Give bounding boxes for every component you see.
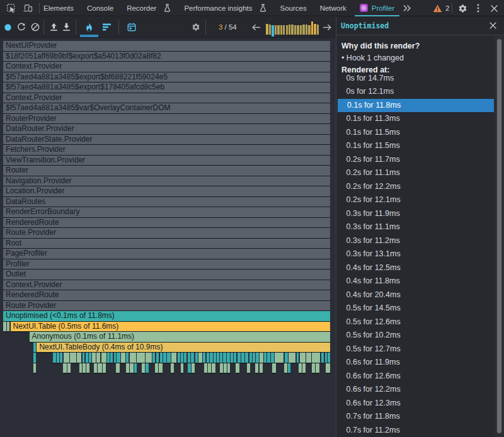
flame-bar-segment[interactable] [223,353,226,363]
flame-bar-segment[interactable] [224,363,227,373]
inspect-element-icon[interactable] [6,3,16,13]
tab-sources[interactable]: Sources [273,0,313,16]
flame-bar-segment[interactable] [57,353,59,363]
flame-bar-segment[interactable] [208,363,210,373]
flame-bar-segment[interactable] [83,363,86,373]
flame-bar-segment[interactable] [137,353,145,363]
next-commit-arrow-icon[interactable] [321,21,333,33]
tab-network[interactable]: Network [313,0,353,16]
flame-bar-segment[interactable] [103,363,106,373]
flame-bar-segment[interactable] [33,343,36,353]
rendered-at-item[interactable]: 0.7s for 11.2ms [336,424,494,437]
rendered-at-item[interactable]: 0.3s for 11.2ms [336,234,494,248]
tab-profiler[interactable]: Profiler [353,0,401,16]
flame-bar-segment[interactable] [284,363,287,373]
rendered-at-item[interactable]: 0.2s for 11.7ms [336,153,494,167]
flame-bar-segment[interactable] [288,363,290,373]
flame-bar-segment[interactable] [238,353,241,363]
rendered-at-item[interactable]: 0.6s for 12.3ms [336,397,494,411]
flame-bar-segment[interactable] [107,353,109,363]
flame-bar-segment[interactable] [207,353,209,363]
flame-bar-segment[interactable] [171,353,177,363]
flame-bar-segment[interactable] [214,353,216,363]
flame-bar-segment[interactable] [275,353,284,363]
flame-bar-segment[interactable] [63,363,67,373]
flame-bar-segment[interactable] [98,363,101,373]
flame-bar-segment[interactable] [256,353,259,363]
flame-bar-route.provider[interactable]: Route.Provider [3,301,330,311]
flame-bar-$18f2051aff69b9bf$export$a54013f0d02a8f82[interactable]: $18f2051aff69b9bf$export$a54013f0d02a8f8… [3,52,330,62]
flame-bar-segment[interactable] [146,353,152,363]
flame-bar-segment[interactable] [53,353,56,363]
rendered-at-item[interactable]: 0.6s for 12.6ms [336,370,494,383]
flame-bar-anonymous[interactable]: Anonymous (0.1ms of 11.1ms) [30,332,330,342]
flame-bar-segment[interactable] [130,363,134,373]
flame-bar-segment[interactable] [163,353,166,363]
flame-bar-segment[interactable] [156,353,159,363]
flame-bar-segment[interactable] [253,353,255,363]
flame-bar-segment[interactable] [152,353,155,363]
rendered-at-item[interactable]: 0.5s for 14.5ms [336,302,494,315]
rendered-at-item[interactable]: 0.5s for 12.7ms [336,343,494,356]
flame-bar-segment[interactable] [267,353,270,363]
flame-bar-segment[interactable] [212,363,215,373]
flame-bar-segment[interactable] [321,353,324,363]
flame-bar-segment[interactable] [249,353,252,363]
flame-bar-segment[interactable] [130,353,136,363]
flame-bar-viewtransition.provider[interactable]: ViewTransition.Provider [3,156,330,166]
flame-bar-segment[interactable] [94,363,98,373]
flame-bar-profiler[interactable]: Profiler [3,259,330,270]
record-button[interactable] [3,21,14,33]
flame-bar-segment[interactable] [325,353,328,363]
flame-bar-segment[interactable] [220,363,223,373]
commit-bar[interactable] [300,25,302,35]
commit-bar[interactable] [280,25,282,35]
flame-bar-segment[interactable] [191,353,194,363]
rendered-at-item[interactable]: 0.6s for 11.9ms [336,356,494,370]
flame-bar-segment[interactable] [198,353,202,363]
flame-bar-rendererrorboundary[interactable]: RenderErrorBoundary [3,207,330,217]
flame-bar-segment[interactable] [245,353,249,363]
flame-bar-segment[interactable] [110,353,113,363]
commit-bar-selected[interactable] [272,25,273,37]
commit-bar[interactable] [291,25,293,34]
flame-bar-segment[interactable] [33,363,36,373]
commit-bar[interactable] [269,25,271,34]
commit-bar[interactable] [294,25,296,35]
flame-bar-$f57aed4a881a3485$var$overlaycontainerdom[interactable]: $f57aed4a881a3485$var$OverlayContainerDO… [3,103,330,113]
more-tabs-chevron-icon[interactable] [402,3,412,13]
commit-bar[interactable] [306,25,307,34]
flame-bar-segment[interactable] [272,363,276,373]
flame-bar-segment[interactable] [204,363,208,373]
flame-bar-segment[interactable] [184,353,186,363]
flame-bar-nextuiprovider[interactable]: NextUIProvider [3,41,330,51]
commit-bar[interactable] [314,24,316,35]
flame-bar-segment[interactable] [146,363,149,373]
flame-bar-segment[interactable] [312,363,314,373]
rendered-at-item[interactable]: 0.5s for 12.6ms [336,315,494,329]
flame-bar-route.provider[interactable]: Route.Provider [3,228,330,238]
flame-bar-renderedroute[interactable]: RenderedRoute [3,218,330,228]
commit-bar[interactable] [266,24,268,35]
flame-bar-fetchers.provider[interactable]: Fetchers.Provider [3,145,330,155]
profiler-settings-gear-icon[interactable] [190,21,202,33]
rendered-at-item[interactable]: 0.6s for 12.2ms [336,383,494,397]
flame-bar-segment[interactable] [134,363,137,373]
commit-bar[interactable] [275,25,277,35]
commit-bar[interactable] [317,25,319,35]
flame-bar-segment[interactable] [260,363,263,373]
flame-bar-segment[interactable] [101,353,106,363]
flame-bar-segment[interactable] [79,363,82,373]
flame-bar-segment[interactable] [3,322,6,332]
rendered-at-item[interactable]: 0.2s for 12.2ms [336,180,494,194]
flame-bar-segment[interactable] [7,322,10,332]
flame-bar-segment[interactable] [67,363,71,373]
tab-elements[interactable]: Elements [40,0,80,16]
flame-bar-segment[interactable] [326,363,330,373]
flame-bar-segment[interactable] [160,353,163,363]
kebab-menu-icon[interactable] [475,0,481,16]
flame-bar-context.provider[interactable]: Context.Provider [3,93,330,103]
flame-bar-segment[interactable] [116,363,120,373]
flame-bar-segment[interactable] [86,363,89,373]
tab-console[interactable]: Console [80,0,120,16]
